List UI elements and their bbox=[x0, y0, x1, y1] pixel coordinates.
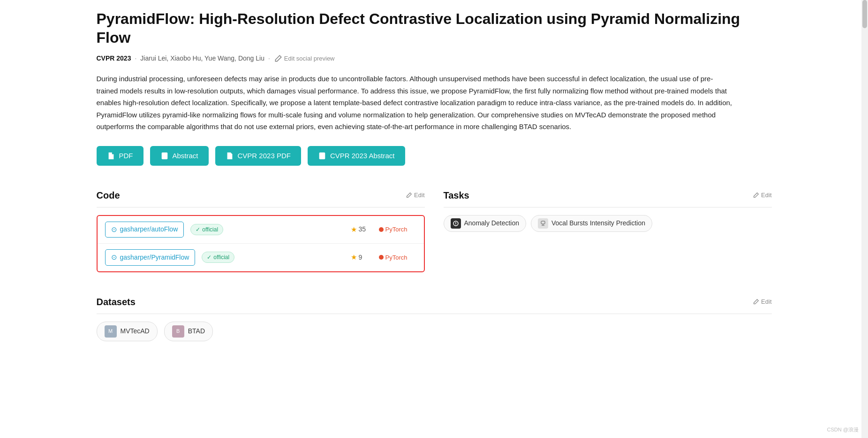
dataset-chip-mvtec[interactable]: M MVTecAD bbox=[97, 322, 158, 341]
repo-name-1: gasharper/PyramidFlow bbox=[120, 253, 189, 262]
pdf-icon bbox=[107, 152, 115, 160]
cvpr-abstract-icon bbox=[318, 152, 326, 160]
datasets-edit-icon bbox=[753, 299, 759, 305]
mvtec-icon: M bbox=[105, 325, 117, 338]
tasks-section-header: Tasks Edit bbox=[444, 188, 772, 207]
abstract-button[interactable]: Abstract bbox=[150, 146, 209, 166]
task-chip-anomaly[interactable]: Anomaly Detection bbox=[444, 215, 527, 232]
cvpr-abstract-button[interactable]: CVPR 2023 Abstract bbox=[308, 146, 405, 166]
btad-icon: B bbox=[172, 325, 184, 338]
code-edit-link[interactable]: Edit bbox=[406, 191, 424, 200]
pytorch-cell-0: PyTorch bbox=[379, 225, 416, 234]
tasks-section: Tasks Edit bbox=[444, 188, 772, 272]
tasks-section-title: Tasks bbox=[444, 188, 469, 202]
repo-link-1[interactable]: ⊙ gasharper/PyramidFlow bbox=[105, 249, 196, 266]
svg-rect-7 bbox=[228, 157, 230, 157]
datasets-section-header: Datasets Edit bbox=[97, 295, 772, 314]
task-label-vocal: Vocal Bursts Intensity Prediction bbox=[551, 218, 645, 228]
edit-social-preview-link[interactable]: Edit social preview bbox=[274, 54, 335, 63]
edit-social-label: Edit social preview bbox=[284, 54, 335, 63]
scrollbar[interactable] bbox=[861, 0, 868, 379]
venue-badge: CVPR 2023 bbox=[97, 54, 131, 63]
code-edit-icon bbox=[406, 192, 412, 199]
github-icon-0: ⊙ bbox=[111, 224, 117, 235]
dataset-chip-btad[interactable]: B BTAD bbox=[164, 322, 213, 341]
task-label-anomaly: Anomaly Detection bbox=[464, 218, 520, 228]
svg-rect-5 bbox=[163, 156, 165, 157]
pytorch-label-0: PyTorch bbox=[385, 225, 408, 234]
svg-rect-9 bbox=[320, 154, 324, 154]
pytorch-label-1: PyTorch bbox=[385, 253, 408, 262]
task-chip-vocal[interactable]: Vocal Bursts Intensity Prediction bbox=[531, 215, 652, 232]
pdf-button-label: PDF bbox=[119, 152, 133, 160]
tasks-chips-container: Anomaly Detection Vocal Bursts Intensity… bbox=[444, 215, 772, 232]
paper-meta: CVPR 2023 · Jiarui Lei, Xiaobo Hu, Yue W… bbox=[97, 54, 772, 63]
code-section-header: Code Edit bbox=[97, 188, 425, 207]
tasks-edit-label: Edit bbox=[761, 191, 771, 200]
pytorch-cell-1: PyTorch bbox=[379, 253, 416, 262]
cvpr-abstract-button-label: CVPR 2023 Abstract bbox=[330, 152, 395, 160]
pytorch-dot-1 bbox=[379, 255, 384, 260]
star-icon-0: ★ bbox=[351, 224, 357, 235]
svg-rect-10 bbox=[320, 155, 324, 156]
github-icon-1: ⊙ bbox=[111, 252, 117, 263]
pdf-button[interactable]: PDF bbox=[97, 146, 143, 166]
stars-cell-1: ★ 9 bbox=[351, 252, 379, 263]
star-icon-1: ★ bbox=[351, 252, 357, 263]
action-buttons-row: PDF Abstract CVPR 2023 PDF bbox=[97, 146, 772, 166]
svg-rect-4 bbox=[163, 155, 166, 156]
official-badge-1: ✓ official bbox=[202, 252, 234, 263]
repo-row-0: ⊙ gasharper/autoFlow ✓ official ★ 35 bbox=[98, 216, 424, 244]
repo-name-cell-0: ⊙ gasharper/autoFlow ✓ official bbox=[105, 222, 351, 238]
edit-icon bbox=[274, 54, 282, 63]
code-section-title: Code bbox=[97, 188, 120, 202]
dataset-label-btad: BTAD bbox=[188, 326, 205, 336]
svg-rect-11 bbox=[320, 156, 323, 157]
code-tasks-grid: Code Edit ⊙ gasharper/autoFlow bbox=[97, 188, 772, 272]
svg-point-14 bbox=[455, 224, 456, 225]
svg-rect-0 bbox=[109, 156, 113, 156]
abstract-button-label: Abstract bbox=[173, 152, 198, 160]
abstract-icon bbox=[160, 152, 169, 160]
datasets-section-title: Datasets bbox=[97, 295, 136, 309]
dataset-chips-container: M MVTecAD B BTAD bbox=[97, 322, 772, 341]
tasks-edit-icon bbox=[753, 192, 759, 199]
tasks-edit-link[interactable]: Edit bbox=[753, 191, 771, 200]
stars-count-1: 9 bbox=[359, 253, 362, 262]
page-wrapper: PyramidFlow: High-Resolution Defect Cont… bbox=[78, 0, 791, 379]
cvpr-pdf-icon bbox=[226, 152, 234, 160]
official-badge-0: ✓ official bbox=[190, 224, 223, 235]
cvpr-pdf-button-label: CVPR 2023 PDF bbox=[238, 152, 291, 160]
datasets-section: Datasets Edit M MVTecAD B BTAD bbox=[97, 295, 772, 341]
check-icon-1: ✓ bbox=[207, 253, 211, 261]
repo-row-1: ⊙ gasharper/PyramidFlow ✓ official ★ 9 bbox=[98, 244, 424, 271]
code-repos-table: ⊙ gasharper/autoFlow ✓ official ★ 35 bbox=[97, 215, 425, 272]
datasets-edit-label: Edit bbox=[761, 297, 771, 307]
code-edit-label: Edit bbox=[414, 191, 424, 200]
paper-abstract: During industrial processing, unforeseen… bbox=[97, 73, 734, 133]
dataset-label-mvtec: MVTecAD bbox=[121, 326, 150, 336]
svg-rect-3 bbox=[163, 154, 166, 154]
meta-dot: · bbox=[135, 54, 136, 63]
anomaly-icon bbox=[451, 218, 461, 229]
vocal-icon bbox=[538, 218, 548, 229]
code-section: Code Edit ⊙ gasharper/autoFlow bbox=[97, 188, 425, 272]
svg-rect-6 bbox=[228, 156, 231, 156]
stars-count-0: 35 bbox=[359, 224, 366, 234]
pytorch-dot-0 bbox=[379, 227, 384, 232]
scrollbar-thumb[interactable] bbox=[862, 0, 867, 28]
paper-title: PyramidFlow: High-Resolution Defect Cont… bbox=[97, 9, 772, 47]
check-icon-0: ✓ bbox=[196, 225, 200, 234]
repo-name-cell-1: ⊙ gasharper/PyramidFlow ✓ official bbox=[105, 249, 351, 266]
stars-cell-0: ★ 35 bbox=[351, 224, 379, 235]
svg-rect-1 bbox=[109, 157, 112, 157]
repo-name-0: gasharper/autoFlow bbox=[120, 224, 178, 234]
cvpr-pdf-button[interactable]: CVPR 2023 PDF bbox=[215, 146, 301, 166]
repo-link-0[interactable]: ⊙ gasharper/autoFlow bbox=[105, 222, 184, 238]
authors-list: Jiarui Lei, Xiaobo Hu, Yue Wang, Dong Li… bbox=[140, 54, 264, 63]
svg-rect-15 bbox=[541, 221, 545, 224]
datasets-edit-link[interactable]: Edit bbox=[753, 297, 771, 307]
meta-dot2: · bbox=[268, 54, 270, 63]
